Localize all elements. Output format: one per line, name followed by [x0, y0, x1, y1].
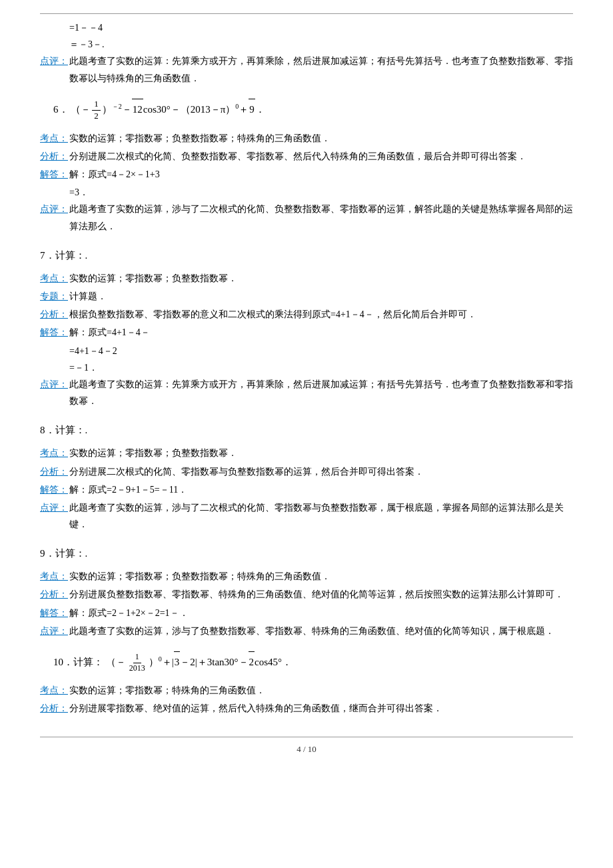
jieda-label-7: 解答： — [40, 324, 69, 341]
fenxi-row-8: 分析： 分别进展二次根式的化简、零指数幂与负整数指数幂的运算，然后合并即可得出答… — [40, 463, 573, 480]
diping-row-6: 点评： 此题考查了实数的运算，涉与了二次根式的化简、负整数指数幂、零指数幂的运算… — [40, 201, 573, 234]
kaodian-row-10: 考点： 实数的运算；零指数幂；特殊角的三角函数值． — [40, 682, 573, 699]
kaodian-row-7: 考点： 实数的运算；零指数幂；负整数指数幂． — [40, 270, 573, 287]
fenxi-label-7: 分析： — [40, 306, 69, 323]
jieda-label-6: 解答： — [40, 166, 69, 183]
kaodian-label-10: 考点： — [40, 682, 69, 699]
diping-label-7: 点评： — [40, 376, 69, 393]
jieda-label-8: 解答： — [40, 481, 69, 498]
continuation-lines: =1－－4 ＝－3－. — [40, 19, 573, 53]
fenxi-text-9: 分别进展负整数指数幂、零指数幂、特殊角的三角函数值、绝对值的化简等运算，然后按照… — [69, 586, 573, 603]
jieda-line3-7: =－1． — [69, 359, 573, 376]
fenxi-row-6: 分析： 分别进展二次根式的化简、负整数指数幂、零指数幂、然后代入特殊角的三角函数… — [40, 148, 573, 165]
page-number: 4 / 10 — [297, 744, 316, 754]
problem-8-section: 8．计算：. 考点： 实数的运算；零指数幂；负整数指数幂． 分析： 分别进展二次… — [40, 421, 573, 533]
line-eq1: =1－－4 — [69, 19, 573, 36]
problem-6-title: 6． （－12）－2－12cos30°－（2013－π）0＋9． — [53, 99, 573, 122]
fenxi-label-9: 分析： — [40, 586, 69, 603]
kaodian-row-8: 考点： 实数的运算；零指数幂；负整数指数幂． — [40, 445, 573, 461]
kaodian-text-7: 实数的运算；零指数幂；负整数指数幂． — [69, 270, 573, 287]
jieda-text-9: 解：原式=2－1+2×－2=1－． — [69, 605, 573, 621]
fenxi-row-7: 分析： 根据负整数指数幂、零指数幂的意义和二次根式的乘法得到原式=4+1－4－，… — [40, 306, 573, 323]
diping-label-8: 点评： — [40, 499, 69, 516]
diping-row-7: 点评： 此题考查了实数的运算：先算乘方或开方，再算乘除，然后进展加减运算；有括号… — [40, 376, 573, 409]
problem-9-section: 9．计算：. 考点： 实数的运算；零指数幂；负整数指数幂；特殊角的三角函数值． … — [40, 545, 573, 639]
fenxi-label-6: 分析： — [40, 148, 69, 165]
fenxi-row-10: 分析： 分别进展零指数幂、绝对值的运算，然后代入特殊角的三角函数值，继而合并可得… — [40, 700, 573, 717]
diping-label-1: 点评： — [40, 53, 69, 69]
line-eq2: ＝－3－. — [69, 36, 573, 53]
jieda-text-8: 解：原式=2－9+1－5=－11． — [69, 481, 573, 498]
kaodian-row-6: 考点： 实数的运算；零指数幂；负整数指数幂；特殊角的三角函数值． — [40, 130, 573, 147]
kaodian-label-8: 考点： — [40, 445, 69, 461]
problem-8-title: 8．计算：. — [40, 421, 573, 439]
jieda-row-6: 解答： 解：原式=4－2×－1+3 — [40, 166, 573, 183]
fenxi-text-7: 根据负整数指数幂、零指数幂的意义和二次根式的乘法得到原式=4+1－4－，然后化简… — [69, 306, 573, 323]
diping-text-8: 此题考查了实数的运算，涉与了二次根式的化简、零指数幂与负整数指数幂，属于根底题，… — [69, 499, 573, 533]
fenxi-row-9: 分析： 分别进展负整数指数幂、零指数幂、特殊角的三角函数值、绝对值的化简等运算，… — [40, 586, 573, 603]
kaodian-row-9: 考点： 实数的运算；零指数幂；负整数指数幂；特殊角的三角函数值． — [40, 568, 573, 585]
fenxi-label-10: 分析： — [40, 700, 69, 717]
fenxi-text-10: 分别进展零指数幂、绝对值的运算，然后代入特殊角的三角函数值，继而合并可得出答案． — [69, 700, 573, 717]
diping-row-1: 点评： 此题考查了实数的运算：先算乘方或开方，再算乘除，然后进展加减运算；有括号… — [40, 53, 573, 86]
jieda-row-7: 解答： 解：原式=4+1－4－ — [40, 324, 573, 341]
zhuanti-row-7: 专题： 计算题． — [40, 288, 573, 305]
jieda-text-6: 解：原式=4－2×－1+3 — [69, 166, 573, 183]
fenxi-text-6: 分别进展二次根式的化简、负整数指数幂、零指数幂、然后代入特殊角的三角函数值，最后… — [69, 148, 573, 165]
jieda-row-9: 解答： 解：原式=2－1+2×－2=1－． — [40, 605, 573, 621]
jieda-text-7: 解：原式=4+1－4－ — [69, 324, 573, 341]
diping-label-9: 点评： — [40, 623, 69, 639]
diping-text-9: 此题考查了实数的运算，涉与了负整数指数幂、零指数幂、特殊角的三角函数值、绝对值的… — [69, 623, 573, 639]
problem-9-title: 9．计算：. — [40, 545, 573, 563]
problem-7-section: 7．计算：. 考点： 实数的运算；零指数幂；负整数指数幂． 专题： 计算题． 分… — [40, 247, 573, 410]
kaodian-text-6: 实数的运算；零指数幂；负整数指数幂；特殊角的三角函数值． — [69, 130, 573, 147]
fenxi-label-8: 分析： — [40, 463, 69, 480]
diping-label-6: 点评： — [40, 201, 69, 217]
kaodian-text-8: 实数的运算；零指数幂；负整数指数幂． — [69, 445, 573, 461]
page-footer: 4 / 10 — [40, 737, 573, 757]
kaodian-text-9: 实数的运算；零指数幂；负整数指数幂；特殊角的三角函数值． — [69, 568, 573, 585]
zhuanti-text-7: 计算题． — [69, 288, 573, 305]
problem-10-title: 10．计算： （－12013）0＋|3－2|＋3tan30°－2cos45°． — [53, 651, 573, 674]
diping-row-8: 点评： 此题考查了实数的运算，涉与了二次根式的化简、零指数幂与负整数指数幂，属于… — [40, 499, 573, 533]
kaodian-label-9: 考点： — [40, 568, 69, 585]
problem-6-section: 6． （－12）－2－12cos30°－（2013－π）0＋9． 考点： 实数的… — [40, 99, 573, 235]
jieda-label-9: 解答： — [40, 605, 69, 621]
zhuanti-label-7: 专题： — [40, 288, 69, 305]
diping-text-7: 此题考查了实数的运算：先算乘方或开方，再算乘除，然后进展加减运算；有括号先算括号… — [69, 376, 573, 409]
top-divider — [40, 13, 573, 14]
jieda-line2-6: =3． — [69, 184, 573, 201]
diping-text-1: 此题考查了实数的运算：先算乘方或开方，再算乘除，然后进展加减运算；有括号先算括号… — [69, 53, 573, 86]
diping-text-6: 此题考查了实数的运算，涉与了二次根式的化简、负整数指数幂、零指数幂的运算，解答此… — [69, 201, 573, 234]
jieda-line2-7: =4+1－4－2 — [69, 343, 573, 359]
problem-7-title: 7．计算：. — [40, 247, 573, 265]
problem-10-section: 10．计算： （－12013）0＋|3－2|＋3tan30°－2cos45°． … — [40, 651, 573, 717]
kaodian-text-10: 实数的运算；零指数幂；特殊角的三角函数值． — [69, 682, 573, 699]
diping-section-1: 点评： 此题考查了实数的运算：先算乘方或开方，再算乘除，然后进展加减运算；有括号… — [40, 53, 573, 86]
jieda-row-8: 解答： 解：原式=2－9+1－5=－11． — [40, 481, 573, 498]
kaodian-label-6: 考点： — [40, 130, 69, 147]
fenxi-text-8: 分别进展二次根式的化简、零指数幂与负整数指数幂的运算，然后合并即可得出答案． — [69, 463, 573, 480]
kaodian-label-7: 考点： — [40, 270, 69, 287]
diping-row-9: 点评： 此题考查了实数的运算，涉与了负整数指数幂、零指数幂、特殊角的三角函数值、… — [40, 623, 573, 639]
